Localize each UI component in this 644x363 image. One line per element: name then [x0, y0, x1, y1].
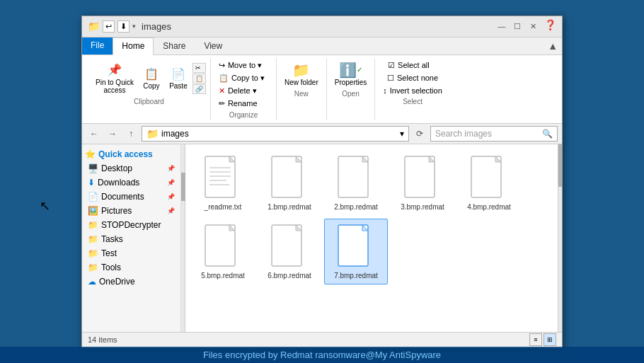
- file-item-readme[interactable]: _readme.txt: [191, 150, 255, 216]
- tab-home[interactable]: Home: [113, 38, 154, 55]
- sidebar-scrollbar[interactable]: [181, 144, 185, 332]
- quick-access-header[interactable]: ⭐ Quick access: [82, 147, 180, 161]
- grid-view-button[interactable]: ⊞: [544, 333, 556, 346]
- copy-to-icon: 📋: [219, 74, 229, 83]
- file-name-bmp1: 1.bmp.redmat: [268, 203, 311, 211]
- documents-label: Documents: [101, 192, 144, 202]
- title-bar-icon1[interactable]: ↩: [103, 21, 115, 33]
- svg-rect-15: [205, 225, 235, 266]
- new-folder-button[interactable]: 📁 New folder: [281, 59, 322, 88]
- file-item-bmp3[interactable]: 3.bmp.redmat: [391, 150, 454, 216]
- status-count: 14 items: [88, 335, 117, 344]
- help-icon[interactable]: ❓: [544, 19, 556, 33]
- search-icon[interactable]: 🔍: [542, 129, 553, 139]
- search-box[interactable]: Search images 🔍: [430, 126, 558, 142]
- list-view-button[interactable]: ≡: [529, 333, 542, 346]
- tab-share[interactable]: Share: [154, 38, 195, 54]
- cut-button[interactable]: ✂: [192, 63, 206, 73]
- downloads-label: Downloads: [98, 178, 139, 188]
- delete-icon: ✕: [219, 86, 225, 96]
- file-item-bmp7[interactable]: 7.bmp.redmat: [324, 219, 388, 284]
- move-to-button[interactable]: ↪ Move to ▾: [215, 59, 272, 71]
- file-icon-bmp2: [337, 155, 375, 202]
- new-group: 📁 New folder New: [277, 58, 327, 120]
- path-folder-icon: 📁: [146, 128, 159, 139]
- svg-rect-17: [272, 225, 301, 266]
- properties-checkmark: ✓: [357, 66, 362, 74]
- tab-file[interactable]: File: [82, 38, 113, 54]
- file-item-bmp1[interactable]: 1.bmp.redmat: [258, 150, 321, 216]
- copy-to-button[interactable]: 📋 Copy to ▾: [215, 72, 272, 84]
- search-placeholder: Search images: [435, 129, 492, 139]
- file-icon-bmp4: [470, 155, 508, 202]
- pictures-icon: 🖼️: [88, 206, 98, 216]
- file-grid-scrollbar[interactable]: [558, 144, 562, 332]
- sidebar-item-pictures[interactable]: 🖼️ Pictures 📌: [82, 204, 180, 218]
- clipboard-label: Clipboard: [134, 98, 164, 105]
- sidebar-item-stopdecrypter[interactable]: 📁 STOPDecrypter: [82, 218, 180, 232]
- rename-button[interactable]: ✏ Rename: [215, 98, 272, 110]
- view-buttons: ≡ ⊞: [529, 333, 556, 346]
- tools-icon: 📁: [88, 263, 98, 272]
- svg-rect-13: [471, 156, 501, 197]
- svg-rect-19: [338, 225, 368, 266]
- forward-button[interactable]: →: [105, 126, 120, 142]
- close-button[interactable]: ✕: [526, 19, 540, 33]
- tasks-icon: 📁: [88, 234, 98, 244]
- delete-button[interactable]: ✕ Delete ▾: [215, 85, 272, 97]
- organize-label: Organize: [229, 111, 258, 119]
- new-folder-icon: 📁: [293, 62, 310, 79]
- select-all-button[interactable]: ☑ Select all: [384, 59, 441, 71]
- move-label: Move to ▾: [228, 61, 262, 70]
- downloads-icon: ⬇: [88, 178, 95, 188]
- address-bar: ← → ↑ 📁 images ▾ ⟳ Search images 🔍: [82, 124, 562, 144]
- address-dropdown-icon[interactable]: ▾: [400, 129, 404, 139]
- copy-button[interactable]: 📋 Copy: [139, 63, 164, 92]
- sidebar-item-desktop[interactable]: 🖥️ Desktop 📌: [82, 161, 180, 175]
- desktop-label: Desktop: [101, 163, 132, 173]
- select-none-button[interactable]: ☐ Select none: [384, 72, 442, 84]
- file-grid-scroll-thumb[interactable]: [558, 144, 562, 187]
- paste-button[interactable]: 📄 Paste: [166, 63, 191, 92]
- copy-path-button[interactable]: 📋: [192, 74, 206, 83]
- explorer-window: 📁 ↩ ⬇ ▾ images — ☐ ✕ ❓ File Home Share V…: [81, 16, 563, 348]
- file-item-bmp5[interactable]: 5.bmp.redmat: [191, 219, 255, 284]
- title-controls: — ☐ ✕ ❓: [495, 19, 556, 33]
- new-folder-label: New folder: [284, 79, 318, 86]
- copy-icon: 📋: [143, 65, 160, 82]
- minimize-button[interactable]: —: [495, 19, 509, 33]
- refresh-button[interactable]: ⟳: [412, 126, 427, 142]
- sidebar-item-tools[interactable]: 📁 Tools: [82, 260, 180, 275]
- address-input[interactable]: 📁 images ▾: [142, 126, 409, 142]
- title-bar-icon2[interactable]: ⬇: [117, 21, 130, 33]
- maximize-button[interactable]: ☐: [510, 19, 524, 33]
- title-dropdown-icon[interactable]: ▾: [132, 23, 136, 30]
- file-item-bmp6[interactable]: 6.bmp.redmat: [258, 219, 321, 284]
- sidebar-scroll-thumb[interactable]: [181, 173, 185, 201]
- ribbon-collapse-icon[interactable]: ▲: [544, 38, 562, 54]
- sidebar-item-onedrive[interactable]: ☁ OneDrive: [82, 275, 180, 289]
- file-name-bmp5: 5.bmp.redmat: [201, 272, 245, 280]
- invert-selection-button[interactable]: ↕ Invert selection: [379, 85, 445, 96]
- file-item-bmp2[interactable]: 2.bmp.redmat: [324, 150, 388, 216]
- sidebar-item-documents[interactable]: 📄 Documents 📌: [82, 190, 180, 204]
- up-button[interactable]: ↑: [123, 126, 139, 142]
- svg-rect-9: [338, 156, 368, 197]
- svg-rect-7: [272, 156, 301, 197]
- shortcut-button[interactable]: 🔗: [192, 84, 206, 94]
- sidebar-item-downloads[interactable]: ⬇ Downloads 📌: [82, 175, 180, 190]
- properties-button[interactable]: ℹ️ ✓ Properties: [331, 59, 371, 88]
- file-item-bmp4[interactable]: 4.bmp.redmat: [457, 150, 521, 216]
- pin-quick-access-button[interactable]: 📌 Pin to Quickaccess: [92, 59, 137, 96]
- test-label: Test: [101, 248, 117, 258]
- tab-view[interactable]: View: [195, 38, 231, 54]
- sidebar-item-tasks[interactable]: 📁 Tasks: [82, 232, 180, 246]
- desktop-icon: 🖥️: [88, 163, 98, 173]
- sidebar-item-test[interactable]: 📁 Test: [82, 246, 180, 260]
- quick-access-label: Quick access: [98, 149, 153, 159]
- file-name-readme: _readme.txt: [205, 203, 242, 211]
- open-label: Open: [342, 90, 359, 98]
- copy-label: Copy: [143, 82, 159, 90]
- back-button[interactable]: ←: [86, 126, 102, 142]
- onedrive-icon: ☁: [88, 277, 96, 287]
